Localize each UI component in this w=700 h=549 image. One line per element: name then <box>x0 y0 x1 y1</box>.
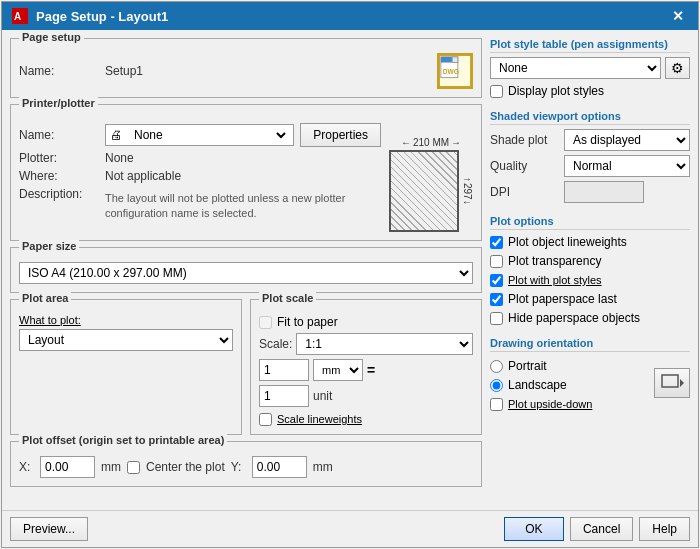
printer-plotter-label: Printer/plotter <box>19 97 98 109</box>
x-input[interactable]: 0.00 <box>40 456 95 478</box>
plot-options-group: Plot options Plot object lineweights Plo… <box>490 215 690 325</box>
close-button[interactable]: ✕ <box>668 8 688 24</box>
what-to-plot-label: What to plot: <box>19 314 233 326</box>
what-to-plot-row: What to plot: Layout <box>19 314 233 351</box>
plot-scale-label: Plot scale <box>259 292 316 304</box>
fit-paper-row: Fit to paper <box>259 315 473 329</box>
landscape-label: Landscape <box>508 378 567 392</box>
scale-lineweights-checkbox[interactable] <box>259 413 272 426</box>
cancel-button[interactable]: Cancel <box>570 517 633 541</box>
plot-area-group: Plot area What to plot: Layout <box>10 299 242 435</box>
ok-button[interactable]: OK <box>504 517 564 541</box>
desc-value: The layout will not be plotted unless a … <box>105 191 381 222</box>
paper-preview <box>389 150 459 232</box>
plotter-value: None <box>105 151 134 165</box>
dwg-icon: DWG <box>437 53 473 89</box>
scale-row: Scale: 1:1 <box>259 333 473 355</box>
what-to-plot-select[interactable]: Layout <box>19 329 233 351</box>
properties-button[interactable]: Properties <box>300 123 381 147</box>
scale-mm-row: 1 mm = <box>259 359 473 381</box>
paperspace-last-row: Plot paperspace last <box>490 292 690 306</box>
hide-paperspace-checkbox[interactable] <box>490 312 503 325</box>
scale-val1-input[interactable]: 1 <box>259 359 309 381</box>
plot-style-edit-button[interactable]: ⚙ <box>665 57 690 79</box>
x-mm-label: mm <box>101 460 121 474</box>
display-plot-styles-checkbox[interactable] <box>490 85 503 98</box>
plot-style-select[interactable]: None <box>490 57 661 79</box>
plotter-label: Plotter: <box>19 151 99 165</box>
plot-style-select-row: None ⚙ <box>490 57 690 79</box>
svg-rect-6 <box>452 57 458 63</box>
scale-label: Scale: <box>259 337 292 351</box>
upside-down-checkbox[interactable] <box>490 398 503 411</box>
quality-label: Quality <box>490 159 560 173</box>
svg-rect-8 <box>662 375 678 387</box>
portrait-radio[interactable] <box>490 360 503 373</box>
dpi-input[interactable] <box>564 181 644 203</box>
left-panel: Page setup Name: Setup1 <box>10 38 482 502</box>
shaded-viewport-title: Shaded viewport options <box>490 110 690 125</box>
dpi-row: DPI <box>490 181 690 203</box>
mm-select[interactable]: mm <box>313 359 363 381</box>
hide-paperspace-row: Hide paperspace objects <box>490 311 690 325</box>
upside-down-label: Plot upside-down <box>508 397 592 411</box>
scale-val2-input[interactable]: 1 <box>259 385 309 407</box>
obj-lineweights-checkbox[interactable] <box>490 236 503 249</box>
printer-name-select[interactable]: None <box>126 124 289 146</box>
paper-with-dim: ↑ 297 ↓ <box>389 150 473 232</box>
scale-select[interactable]: 1:1 <box>296 333 473 355</box>
quality-select[interactable]: Normal <box>564 155 690 177</box>
plot-style-table-title: Plot style table (pen assignments) <box>490 38 690 53</box>
title-bar: A Page Setup - Layout1 ✕ <box>2 2 698 30</box>
shade-plot-select[interactable]: As displayed <box>564 129 690 151</box>
dialog-window: A Page Setup - Layout1 ✕ Page setup Name… <box>1 1 699 548</box>
plot-options-title: Plot options <box>490 215 690 230</box>
orientation-icon[interactable] <box>654 368 690 398</box>
y-input[interactable]: 0.00 <box>252 456 307 478</box>
scale-lw-row: Scale lineweights <box>259 412 473 426</box>
landscape-radio[interactable] <box>490 379 503 392</box>
printer-name-label: Name: <box>19 128 99 142</box>
dpi-label: DPI <box>490 185 560 199</box>
upside-down-row: Plot upside-down <box>490 397 592 411</box>
display-plot-styles-label: Display plot styles <box>508 84 604 98</box>
obj-lineweights-row: Plot object lineweights <box>490 235 690 249</box>
desc-row: Description: The layout will not be plot… <box>19 187 381 222</box>
paper-size-select-row: ISO A4 (210.00 x 297.00 MM) <box>19 262 473 284</box>
page-setup-group: Page setup Name: Setup1 <box>10 38 482 98</box>
app-icon: A <box>12 8 28 24</box>
transparency-checkbox[interactable] <box>490 255 503 268</box>
center-plot-checkbox[interactable] <box>127 461 140 474</box>
name-label: Name: <box>19 64 99 78</box>
paper-size-select[interactable]: ISO A4 (210.00 x 297.00 MM) <box>19 262 473 284</box>
scale-unit-row: 1 unit <box>259 385 473 407</box>
plot-styles-checkbox[interactable] <box>490 274 503 287</box>
plot-scale-group: Plot scale Fit to paper Scale: 1:1 1 <box>250 299 482 435</box>
preview-button[interactable]: Preview... <box>10 517 88 541</box>
dim-right: ↑ 297 ↓ <box>462 177 473 206</box>
svg-text:A: A <box>14 11 21 22</box>
paper-size-group: Paper size ISO A4 (210.00 x 297.00 MM) <box>10 247 482 293</box>
scale-lw-label: Scale lineweights <box>277 412 362 426</box>
svg-marker-9 <box>680 379 684 387</box>
printer-plotter-inner: Name: 🖨 None Properties Plotter: <box>19 119 473 232</box>
paperspace-last-label: Plot paperspace last <box>508 292 617 306</box>
obj-lineweights-label: Plot object lineweights <box>508 235 627 249</box>
hatch-pattern <box>391 152 457 230</box>
fit-to-paper-checkbox[interactable] <box>259 316 272 329</box>
plot-area-scale-row: Plot area What to plot: Layout Plot scal… <box>10 299 482 435</box>
orientation-options: Portrait Landscape Plot upside-down <box>490 354 690 411</box>
help-button[interactable]: Help <box>639 517 690 541</box>
transparency-row: Plot transparency <box>490 254 690 268</box>
dialog-body: Page setup Name: Setup1 <box>2 30 698 510</box>
where-row: Where: Not applicable <box>19 169 381 183</box>
dwg-svg: DWG <box>438 55 472 87</box>
shaded-viewport-group: Shaded viewport options Shade plot As di… <box>490 110 690 203</box>
paperspace-last-checkbox[interactable] <box>490 293 503 306</box>
title-bar-left: A Page Setup - Layout1 <box>12 8 168 24</box>
paper-preview-container: ← 210 MM → ↑ 297 <box>389 119 473 232</box>
name-value: Setup1 <box>105 64 143 78</box>
drawing-orientation-group: Drawing orientation Portrait Landscape <box>490 337 690 411</box>
y-mm-label: mm <box>313 460 333 474</box>
plot-area-label: Plot area <box>19 292 71 304</box>
